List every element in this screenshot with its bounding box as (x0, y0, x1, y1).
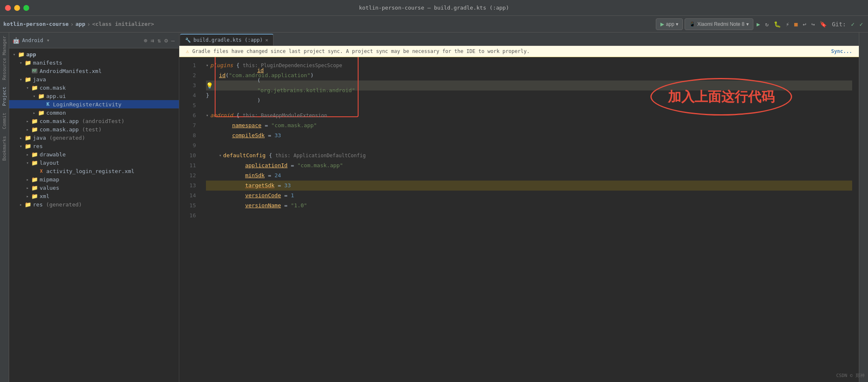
run-config-button[interactable]: ▶ app ▾ (656, 18, 683, 30)
arrow-res-gen: ▸ (18, 201, 24, 208)
tree-item-activity-xml[interactable]: ▸ X activity_login_register.xml (9, 167, 179, 175)
commit-tab[interactable]: Commit (1, 109, 8, 133)
code-line-7: namespace = "com.mask.app" (206, 121, 852, 131)
breadcrumb-module[interactable]: app (75, 21, 85, 27)
git-check[interactable]: ✓ (849, 20, 856, 28)
file-icon-loginregister: K (44, 101, 52, 108)
breadcrumb-project[interactable]: kotlin-person-course (3, 21, 69, 27)
fn-namespace: namespace (232, 121, 261, 131)
sync-link[interactable]: Sync... (831, 48, 852, 54)
label-app: app (26, 51, 36, 58)
eq-13: = (274, 181, 284, 191)
warning-banner: ⚠ Gradle files have changed since last p… (179, 46, 859, 57)
settings-icon[interactable]: ⚙ (163, 36, 168, 45)
device-dropdown-icon: ▾ (746, 21, 749, 27)
stop-button[interactable]: ■ (793, 20, 799, 28)
maximize-button[interactable] (23, 5, 29, 11)
tree-item-res-gen[interactable]: ▸ 📁 res (generated) (9, 200, 179, 209)
phone-icon: 📱 (689, 21, 695, 27)
collapse-all-icon[interactable]: ⇉ (150, 36, 155, 45)
line-num-10: 10 (179, 151, 196, 161)
line-num-7: 7 (179, 121, 196, 131)
device-button[interactable]: 📱 Xiaomi Redmi Note 8 ▾ (685, 18, 753, 30)
indent-12 (206, 171, 245, 181)
run-button[interactable]: ▶ (755, 20, 762, 28)
tree-item-common[interactable]: ▸ 📁 common (9, 108, 179, 117)
fold-icon-10[interactable]: ▾ (219, 151, 221, 161)
bookmark-button[interactable]: 🔖 (818, 20, 828, 28)
tree-item-app[interactable]: ▾ 📁 app (9, 50, 179, 58)
folder-icon-commask: 📁 (31, 84, 38, 91)
tree-item-values[interactable]: ▸ 📁 values (9, 183, 179, 192)
tab-close-button[interactable]: ✕ (265, 37, 268, 43)
lightbulb-icon[interactable]: 💡 (206, 80, 213, 90)
main-layout: Resource Manager Project Commit Bookmark… (0, 33, 868, 382)
fold-icon-6[interactable]: ▾ (206, 111, 208, 121)
git-check2[interactable]: ✓ (858, 20, 865, 28)
tree-item-mipmap[interactable]: ▸ 📁 mipmap (9, 175, 179, 183)
folder-icon-java-gen: 📁 (24, 134, 32, 141)
folder-icon-drawable: 📁 (31, 151, 38, 158)
left-side-tabs: Resource Manager Project Commit Bookmark… (0, 33, 9, 382)
warning-icon: ⚠ (186, 48, 189, 54)
tree-item-res[interactable]: ▾ 📁 res (9, 142, 179, 150)
gradle-file-icon: 🔧 (185, 38, 191, 43)
android-icon: ▶ (660, 21, 664, 27)
close-button[interactable] (5, 5, 11, 11)
tree-item-manifests[interactable]: ▾ 📁 manifests (9, 58, 179, 67)
forward-button[interactable]: ↪ (810, 20, 816, 28)
tree-item-java-gen[interactable]: ▸ 📁 java (generated) (9, 133, 179, 142)
tree-item-appui[interactable]: ▾ 📁 app.ui (9, 92, 179, 100)
code-line-12: minSdk = 24 (206, 171, 852, 181)
folder-icon-java: 📁 (24, 76, 32, 83)
code-content[interactable]: ▾ plugins { this: PluginDependenciesSpec… (199, 57, 859, 382)
sort-icon[interactable]: ⇅ (157, 36, 162, 45)
indent-10 (206, 151, 219, 161)
editor-area[interactable]: 1 2 3 4 5 6 7 8 9 10 11 12 13 14 15 16 (179, 57, 859, 382)
tree-item-loginregister[interactable]: ▸ K LoginRegisterActivity (9, 100, 179, 108)
breadcrumb-context[interactable]: <class initializer> (92, 21, 154, 27)
tree-item-androidtest[interactable]: ▸ 📁 com.mask.app (androidTest) (9, 117, 179, 125)
close-sidebar-icon[interactable]: — (171, 36, 176, 45)
str-namespace: "com.mask.app" (271, 121, 317, 131)
tree-item-androidmanifest[interactable]: ▸ MF AndroidManifest.xml (9, 67, 179, 75)
fold-icon-1[interactable]: ▾ (206, 60, 208, 70)
tab-label: build.gradle.kts (:app) (193, 37, 263, 43)
indent-7 (206, 121, 232, 131)
folder-icon-xml: 📁 (31, 193, 38, 199)
tree-item-layout[interactable]: ▾ 📁 layout (9, 158, 179, 167)
label-commask: com.mask (40, 85, 66, 91)
folder-icon-values: 📁 (31, 184, 38, 191)
debug-button[interactable]: 🐛 (772, 20, 783, 28)
line-num-4: 4 (179, 90, 196, 101)
tree-item-test[interactable]: ▸ 📁 com.mask.app (test) (9, 125, 179, 133)
label-loginregister: LoginRegisterActivity (53, 101, 121, 108)
fn-minsdk: minSdk (245, 171, 265, 181)
tree-item-xml[interactable]: ▸ 📁 xml (9, 192, 179, 200)
minimize-button[interactable] (14, 5, 20, 11)
bookmarks-tab[interactable]: Bookmarks (1, 133, 8, 164)
back-button[interactable]: ↩ (801, 20, 808, 28)
project-tab[interactable]: Project (1, 83, 8, 109)
window-controls[interactable] (5, 5, 29, 11)
line-num-11: 11 (179, 161, 196, 171)
label-res: res (33, 143, 43, 149)
android-dropdown-icon[interactable]: ▾ (47, 37, 50, 43)
git-label: Git: (830, 20, 848, 28)
refresh-button[interactable]: ↻ (763, 20, 770, 28)
tree-item-commask[interactable]: ▾ 📁 com.mask (9, 83, 179, 92)
file-icon-androidmanifest: MF (31, 68, 38, 74)
tab-build-gradle[interactable]: 🔧 build.gradle.kts (:app) ✕ (180, 34, 273, 45)
brace-10: { (266, 151, 275, 161)
folder-icon-androidtest: 📁 (31, 118, 38, 124)
num-versioncode: 1 (291, 191, 294, 201)
line-num-3: 3 (179, 80, 196, 90)
sidebar-header: 🤖 Android ▾ ⊕ ⇉ ⇅ ⚙ — (9, 33, 179, 48)
tree-item-drawable[interactable]: ▸ 📁 drawable (9, 150, 179, 158)
locate-file-icon[interactable]: ⊕ (143, 36, 148, 45)
resource-manager-tab[interactable]: Resource Manager (1, 33, 8, 83)
attach-button[interactable]: ⚡ (784, 20, 791, 28)
fn-applicationid: applicationId (245, 161, 288, 171)
tree-item-java[interactable]: ▾ 📁 java (9, 75, 179, 83)
label-manifests: manifests (33, 60, 62, 66)
